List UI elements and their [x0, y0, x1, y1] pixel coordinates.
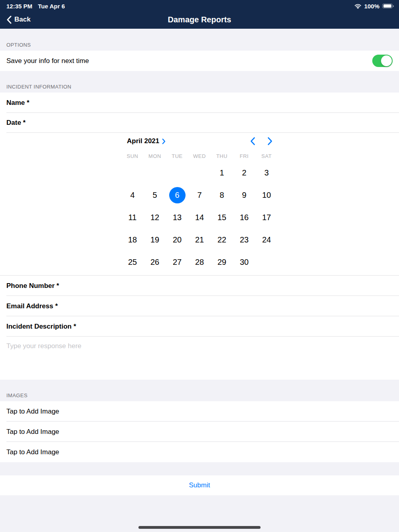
status-right: 100% [354, 3, 393, 10]
back-label: Back [14, 16, 31, 24]
calendar-day[interactable]: 8 [211, 184, 233, 206]
weekday-label: SUN [121, 153, 144, 159]
calendar-day[interactable]: 15 [211, 206, 233, 229]
calendar-day[interactable]: 26 [144, 251, 166, 273]
calendar-day[interactable]: 6 [166, 184, 188, 206]
calendar-day-empty [144, 162, 166, 184]
top-bar: 12:35 PM Tue Apr 6 100% [0, 0, 399, 29]
calendar-day[interactable]: 10 [255, 184, 278, 206]
save-info-toggle[interactable] [372, 55, 393, 67]
back-chevron-icon [6, 16, 12, 24]
name-field-row[interactable]: Name * [0, 93, 399, 113]
month-disclosure-chevron-icon [162, 138, 166, 144]
description-textarea[interactable] [0, 337, 399, 380]
calendar-day[interactable]: 24 [255, 229, 278, 251]
incident-form-group: Name * Date * April 2021 [0, 93, 399, 380]
options-section-header: OPTIONS [0, 29, 399, 51]
calendar-day[interactable]: 11 [121, 206, 144, 229]
calendar-header: April 2021 [121, 134, 278, 148]
weekday-label: TUE [166, 153, 188, 159]
calendar-day[interactable]: 2 [233, 162, 255, 184]
phone-field-label: Phone Number * [6, 282, 59, 290]
calendar-nav [250, 137, 275, 146]
calendar-day[interactable]: 19 [144, 229, 166, 251]
weekday-label: SAT [255, 153, 278, 159]
calendar-day[interactable]: 30 [233, 251, 255, 273]
calendar-grid: 1234567891011121314151617181920212223242… [121, 162, 278, 273]
calendar-inner: April 2021 [121, 133, 278, 273]
page-title: Damage Reports [0, 15, 399, 24]
navigation-bar: Back Damage Reports [0, 10, 399, 29]
battery-percent: 100% [364, 3, 379, 10]
description-field-row: Incident Description * [0, 316, 399, 337]
calendar-month-selector[interactable]: April 2021 [127, 137, 166, 145]
previous-month-button[interactable] [250, 137, 255, 146]
damage-reports-screen: 12:35 PM Tue Apr 6 100% [0, 0, 399, 532]
toggle-knob [381, 55, 392, 66]
calendar-day[interactable]: 17 [255, 206, 278, 229]
calendar-day[interactable]: 27 [166, 251, 188, 273]
status-left: 12:35 PM Tue Apr 6 [6, 3, 65, 10]
weekday-label: THU [211, 153, 233, 159]
calendar-day[interactable]: 23 [233, 229, 255, 251]
calendar-month-label: April 2021 [127, 137, 159, 145]
calendar-day[interactable]: 28 [188, 251, 211, 273]
calendar-day-empty [166, 162, 188, 184]
description-input-area [0, 337, 399, 380]
calendar-day[interactable]: 3 [255, 162, 278, 184]
add-image-row-2[interactable]: Tap to Add Image [0, 422, 399, 442]
submit-button[interactable]: Submit [189, 481, 210, 489]
add-image-row-3[interactable]: Tap to Add Image [0, 442, 399, 462]
save-info-label: Save your info for next time [6, 57, 89, 65]
battery-icon [382, 4, 393, 9]
email-field-row[interactable]: Email Address * [0, 296, 399, 316]
spacer [0, 462, 399, 475]
images-section-header: IMAGES [0, 380, 399, 401]
status-time: 12:35 PM [6, 3, 32, 10]
calendar-weekdays: SUNMONTUEWEDTHUFRISAT [121, 150, 278, 162]
calendar-day-empty [121, 162, 144, 184]
back-button[interactable]: Back [6, 16, 31, 24]
calendar-day[interactable]: 18 [121, 229, 144, 251]
bottom-area [0, 495, 399, 532]
calendar-day[interactable]: 1 [211, 162, 233, 184]
images-group: Tap to Add Image Tap to Add Image Tap to… [0, 401, 399, 462]
add-image-row-1[interactable]: Tap to Add Image [0, 401, 399, 422]
calendar-day[interactable]: 7 [188, 184, 211, 206]
email-field-label: Email Address * [6, 302, 58, 310]
calendar-day[interactable]: 14 [188, 206, 211, 229]
add-image-label: Tap to Add Image [6, 428, 59, 436]
wifi-icon [354, 4, 361, 9]
weekday-label: MON [144, 153, 166, 159]
calendar-day[interactable]: 12 [144, 206, 166, 229]
weekday-label: WED [188, 153, 211, 159]
incident-section-header: INCIDENT INFORMATION [0, 71, 399, 93]
calendar-day[interactable]: 9 [233, 184, 255, 206]
date-picker-calendar: April 2021 [0, 133, 399, 276]
home-indicator[interactable] [138, 526, 261, 529]
calendar-day[interactable]: 25 [121, 251, 144, 273]
next-month-button[interactable] [267, 137, 273, 146]
calendar-day[interactable]: 29 [211, 251, 233, 273]
submit-row: Submit [0, 475, 399, 495]
date-field-label: Date * [6, 119, 26, 127]
description-field-label: Incident Description * [6, 323, 76, 331]
phone-field-row[interactable]: Phone Number * [0, 276, 399, 296]
calendar-day[interactable]: 4 [121, 184, 144, 206]
calendar-day[interactable]: 22 [211, 229, 233, 251]
date-field-row[interactable]: Date * [0, 113, 399, 133]
calendar-day[interactable]: 13 [166, 206, 188, 229]
calendar-day[interactable]: 20 [166, 229, 188, 251]
add-image-label: Tap to Add Image [6, 408, 59, 416]
weekday-label: FRI [233, 153, 255, 159]
name-field-label: Name * [6, 99, 30, 107]
calendar-day[interactable]: 21 [188, 229, 211, 251]
status-bar: 12:35 PM Tue Apr 6 100% [0, 0, 399, 10]
options-header-label: OPTIONS [6, 42, 31, 48]
images-header-label: IMAGES [6, 392, 28, 398]
incident-header-label: INCIDENT INFORMATION [6, 84, 71, 90]
calendar-day[interactable]: 5 [144, 184, 166, 206]
calendar-day[interactable]: 16 [233, 206, 255, 229]
status-date: Tue Apr 6 [38, 3, 65, 10]
calendar-day-empty [188, 162, 211, 184]
